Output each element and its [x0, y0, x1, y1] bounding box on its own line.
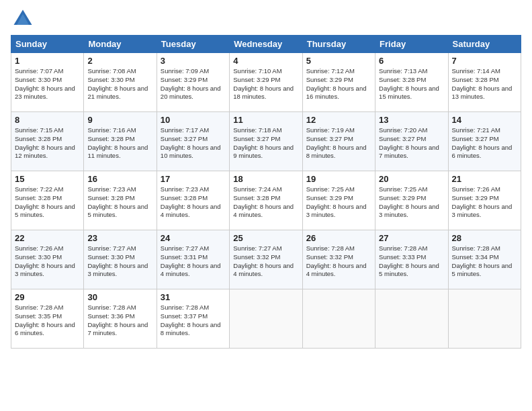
day-info: Sunrise: 7:18 AM Sunset: 3:27 PM Dayligh… — [233, 126, 298, 161]
daylight-label: Daylight: 8 hours and 13 minutes. — [452, 85, 513, 101]
day-info: Sunrise: 7:28 AM Sunset: 3:32 PM Dayligh… — [306, 244, 371, 279]
calendar-week-5: 29 Sunrise: 7:28 AM Sunset: 3:35 PM Dayl… — [11, 289, 521, 349]
main-container: SundayMondayTuesdayWednesdayThursdayFrid… — [0, 0, 532, 355]
day-info: Sunrise: 7:13 AM Sunset: 3:28 PM Dayligh… — [379, 67, 444, 101]
calendar-body: 1 Sunrise: 7:07 AM Sunset: 3:30 PM Dayli… — [11, 53, 521, 349]
calendar-cell — [448, 289, 521, 349]
sunset-label: Sunset: 3:29 PM — [306, 194, 353, 201]
sunset-label: Sunset: 3:35 PM — [15, 312, 62, 320]
day-number: 13 — [379, 115, 444, 125]
sunset-label: Sunset: 3:28 PM — [15, 135, 62, 142]
daylight-label: Daylight: 8 hours and 3 minutes. — [15, 262, 75, 278]
daylight-label: Daylight: 8 hours and 3 minutes. — [379, 203, 439, 219]
calendar-cell: 2 Sunrise: 7:08 AM Sunset: 3:30 PM Dayli… — [84, 53, 157, 112]
sunset-label: Sunset: 3:29 PM — [452, 194, 499, 201]
sunset-label: Sunset: 3:37 PM — [161, 312, 208, 320]
calendar-cell: 24 Sunrise: 7:27 AM Sunset: 3:31 PM Dayl… — [157, 230, 229, 289]
daylight-label: Daylight: 8 hours and 3 minutes. — [87, 262, 148, 278]
sunset-label: Sunset: 3:27 PM — [161, 135, 208, 142]
sunrise-label: Sunrise: 7:14 AM — [452, 67, 500, 75]
sunset-label: Sunset: 3:36 PM — [87, 312, 134, 320]
daylight-label: Daylight: 8 hours and 8 minutes. — [306, 144, 367, 160]
sunrise-label: Sunrise: 7:28 AM — [452, 244, 500, 252]
sunset-label: Sunset: 3:28 PM — [161, 194, 208, 201]
day-info: Sunrise: 7:21 AM Sunset: 3:27 PM Dayligh… — [452, 126, 517, 161]
calendar-cell — [230, 289, 302, 349]
day-number: 5 — [306, 56, 371, 66]
sunrise-label: Sunrise: 7:27 AM — [87, 244, 136, 252]
col-header-tuesday: Tuesday — [157, 36, 229, 53]
sunrise-label: Sunrise: 7:16 AM — [87, 126, 136, 134]
col-header-friday: Friday — [375, 36, 448, 53]
sunrise-label: Sunrise: 7:28 AM — [161, 304, 209, 311]
daylight-label: Daylight: 8 hours and 15 minutes. — [379, 85, 439, 101]
day-info: Sunrise: 7:08 AM Sunset: 3:30 PM Dayligh… — [87, 67, 152, 101]
day-number: 20 — [379, 174, 444, 184]
col-header-monday: Monday — [84, 36, 157, 53]
sunset-label: Sunset: 3:28 PM — [87, 135, 134, 142]
calendar-cell: 10 Sunrise: 7:17 AM Sunset: 3:27 PM Dayl… — [157, 112, 229, 171]
calendar-cell: 20 Sunrise: 7:25 AM Sunset: 3:29 PM Dayl… — [375, 171, 448, 230]
daylight-label: Daylight: 8 hours and 4 minutes. — [161, 203, 221, 219]
day-number: 9 — [87, 115, 152, 125]
header — [11, 7, 521, 31]
day-number: 7 — [452, 56, 517, 66]
calendar-cell: 23 Sunrise: 7:27 AM Sunset: 3:30 PM Dayl… — [84, 230, 157, 289]
day-number: 10 — [161, 115, 226, 125]
calendar-cell: 15 Sunrise: 7:22 AM Sunset: 3:28 PM Dayl… — [11, 171, 84, 230]
calendar-cell: 14 Sunrise: 7:21 AM Sunset: 3:27 PM Dayl… — [448, 112, 521, 171]
sunrise-label: Sunrise: 7:25 AM — [306, 185, 355, 193]
day-info: Sunrise: 7:17 AM Sunset: 3:27 PM Dayligh… — [161, 126, 226, 161]
sunrise-label: Sunrise: 7:22 AM — [15, 185, 63, 193]
calendar-table: SundayMondayTuesdayWednesdayThursdayFrid… — [11, 35, 521, 349]
day-info: Sunrise: 7:10 AM Sunset: 3:29 PM Dayligh… — [233, 67, 298, 101]
sunrise-label: Sunrise: 7:13 AM — [379, 67, 427, 75]
sunset-label: Sunset: 3:34 PM — [452, 253, 499, 261]
day-info: Sunrise: 7:28 AM Sunset: 3:37 PM Dayligh… — [161, 304, 226, 338]
sunset-label: Sunset: 3:27 PM — [452, 135, 499, 142]
day-number: 23 — [87, 233, 152, 243]
calendar-cell — [375, 289, 448, 349]
calendar-cell: 5 Sunrise: 7:12 AM Sunset: 3:29 PM Dayli… — [302, 53, 375, 112]
day-info: Sunrise: 7:23 AM Sunset: 3:28 PM Dayligh… — [87, 185, 152, 220]
daylight-label: Daylight: 8 hours and 21 minutes. — [87, 85, 148, 101]
day-info: Sunrise: 7:27 AM Sunset: 3:32 PM Dayligh… — [233, 244, 298, 279]
calendar-cell: 27 Sunrise: 7:28 AM Sunset: 3:33 PM Dayl… — [375, 230, 448, 289]
day-info: Sunrise: 7:28 AM Sunset: 3:36 PM Dayligh… — [87, 304, 152, 338]
daylight-label: Daylight: 8 hours and 6 minutes. — [452, 144, 513, 160]
sunrise-label: Sunrise: 7:23 AM — [87, 185, 136, 193]
header-row: SundayMondayTuesdayWednesdayThursdayFrid… — [11, 36, 521, 53]
sunset-label: Sunset: 3:29 PM — [161, 76, 208, 83]
sunrise-label: Sunrise: 7:28 AM — [306, 244, 355, 252]
calendar-cell: 8 Sunrise: 7:15 AM Sunset: 3:28 PM Dayli… — [11, 112, 84, 171]
sunrise-label: Sunrise: 7:27 AM — [233, 244, 281, 252]
sunrise-label: Sunrise: 7:18 AM — [233, 126, 281, 134]
sunset-label: Sunset: 3:27 PM — [306, 135, 353, 142]
sunrise-label: Sunrise: 7:12 AM — [306, 67, 355, 75]
day-info: Sunrise: 7:09 AM Sunset: 3:29 PM Dayligh… — [161, 67, 226, 101]
calendar-header: SundayMondayTuesdayWednesdayThursdayFrid… — [11, 36, 521, 53]
daylight-label: Daylight: 8 hours and 7 minutes. — [87, 321, 148, 337]
day-number: 3 — [161, 56, 226, 66]
day-info: Sunrise: 7:24 AM Sunset: 3:28 PM Dayligh… — [233, 185, 298, 220]
sunrise-label: Sunrise: 7:21 AM — [452, 126, 500, 134]
col-header-saturday: Saturday — [448, 36, 521, 53]
sunset-label: Sunset: 3:27 PM — [233, 135, 280, 142]
calendar-cell: 30 Sunrise: 7:28 AM Sunset: 3:36 PM Dayl… — [84, 289, 157, 349]
day-number: 21 — [452, 174, 517, 184]
calendar-cell: 22 Sunrise: 7:26 AM Sunset: 3:30 PM Dayl… — [11, 230, 84, 289]
day-number: 25 — [233, 233, 298, 243]
sunset-label: Sunset: 3:30 PM — [15, 253, 62, 261]
daylight-label: Daylight: 8 hours and 6 minutes. — [15, 321, 75, 337]
calendar-cell: 12 Sunrise: 7:19 AM Sunset: 3:27 PM Dayl… — [302, 112, 375, 171]
calendar-week-3: 15 Sunrise: 7:22 AM Sunset: 3:28 PM Dayl… — [11, 171, 521, 230]
sunrise-label: Sunrise: 7:19 AM — [306, 126, 355, 134]
day-info: Sunrise: 7:25 AM Sunset: 3:29 PM Dayligh… — [379, 185, 444, 220]
sunrise-label: Sunrise: 7:28 AM — [87, 304, 136, 311]
day-info: Sunrise: 7:26 AM Sunset: 3:29 PM Dayligh… — [452, 185, 517, 220]
day-info: Sunrise: 7:15 AM Sunset: 3:28 PM Dayligh… — [15, 126, 80, 161]
daylight-label: Daylight: 8 hours and 4 minutes. — [233, 203, 294, 219]
calendar-cell: 29 Sunrise: 7:28 AM Sunset: 3:35 PM Dayl… — [11, 289, 84, 349]
day-number: 18 — [233, 174, 298, 184]
sunset-label: Sunset: 3:28 PM — [379, 76, 426, 83]
